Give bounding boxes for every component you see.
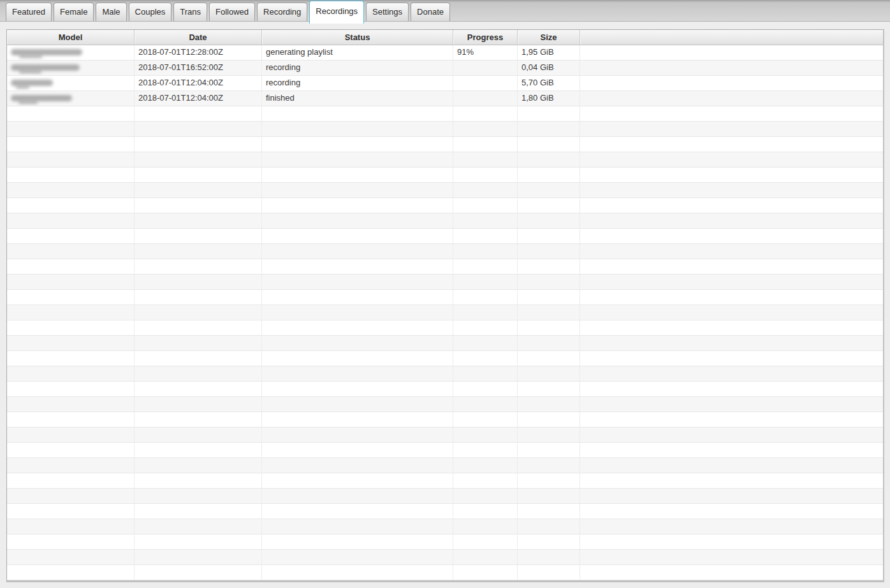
empty-cell [580,443,883,457]
empty-cell [453,168,518,182]
empty-cell [135,565,262,580]
empty-cell [262,122,453,136]
column-header-model[interactable]: Model [7,30,135,45]
empty-cell [580,320,883,335]
empty-cell [580,473,883,488]
table-row[interactable]: 2018-07-01T12:04:00Zfinished1,80 GiB [7,91,883,106]
empty-cell [262,137,453,152]
empty-row [7,443,883,458]
empty-cell [7,122,135,136]
tab-trans[interactable]: Trans [173,3,207,21]
empty-cell [453,320,518,335]
column-header-size[interactable]: Size [518,30,580,45]
empty-cell [518,106,580,121]
empty-cell [580,504,883,519]
empty-cell [518,198,580,213]
empty-cell [262,213,453,228]
empty-cell [518,305,580,320]
empty-row [7,382,883,397]
cell-status: recording [262,76,453,90]
empty-cell [453,427,518,442]
empty-cell [7,244,135,259]
empty-cell [135,229,262,243]
empty-cell [580,458,883,473]
empty-cell [262,336,453,350]
tab-female[interactable]: Female [54,3,94,21]
empty-cell [262,106,453,121]
empty-row [7,397,883,412]
empty-row [7,259,883,275]
empty-cell [262,259,453,274]
empty-row [7,565,883,580]
empty-cell [518,336,580,350]
empty-cell [580,229,883,243]
table-row[interactable]: 2018-07-01T16:52:00Zrecording0,04 GiB [7,61,883,76]
empty-cell [453,198,518,213]
tab-donate[interactable]: Donate [411,3,450,21]
cell-status: finished [262,91,453,106]
table-row[interactable]: 2018-07-01T12:28:00Zgenerating playlist9… [7,45,883,61]
empty-cell [518,565,580,580]
cell-date: 2018-07-01T12:28:00Z [135,45,262,60]
empty-cell [7,168,135,182]
empty-cell [262,244,453,259]
tab-recordings[interactable]: Recordings [309,1,364,24]
empty-cell [518,397,580,412]
empty-cell [262,183,453,197]
empty-cell [7,473,135,488]
table-row[interactable]: 2018-07-01T12:04:00Zrecording5,70 GiB [7,76,883,91]
cell-progress [453,76,518,90]
empty-cell [262,519,453,534]
empty-cell [262,152,453,167]
tab-recording[interactable]: Recording [257,3,307,21]
column-header-progress[interactable]: Progress [453,30,518,45]
cell-date: 2018-07-01T12:04:00Z [135,76,262,90]
empty-row [7,122,883,137]
empty-cell [7,336,135,350]
cell-status: recording [262,61,453,75]
empty-cell [518,320,580,335]
empty-cell [135,366,262,381]
column-header-date[interactable]: Date [135,30,262,45]
empty-cell [262,473,453,488]
empty-cell [262,412,453,427]
tab-featured[interactable]: Featured [6,3,52,21]
tab-followed[interactable]: Followed [209,3,255,21]
empty-cell [580,290,883,305]
cell-model [7,76,135,90]
empty-cell [518,519,580,534]
empty-cell [580,489,883,503]
empty-cell [262,458,453,473]
empty-cell [580,168,883,182]
cell-progress [453,61,518,75]
empty-row [7,351,883,366]
cell-filler [580,91,883,106]
empty-cell [580,336,883,350]
empty-cell [135,412,262,427]
empty-cell [580,534,883,549]
empty-cell [262,443,453,457]
tab-settings[interactable]: Settings [366,3,409,21]
empty-cell [453,244,518,259]
tab-male[interactable]: Male [96,3,126,21]
empty-row [7,305,883,320]
empty-cell [518,443,580,457]
cell-filler [580,45,883,60]
empty-cell [453,275,518,289]
empty-cell [453,519,518,534]
empty-cell [262,504,453,519]
empty-cell [453,473,518,488]
empty-cell [518,259,580,274]
cell-model [7,45,135,60]
empty-cell [580,351,883,366]
column-header-status[interactable]: Status [262,30,453,45]
empty-cell [262,565,453,580]
empty-cell [518,427,580,442]
empty-row [7,473,883,489]
empty-cell [135,550,262,564]
empty-cell [135,427,262,442]
empty-row [7,213,883,229]
empty-cell [262,305,453,320]
tab-couples[interactable]: Couples [129,3,172,21]
empty-cell [262,320,453,335]
